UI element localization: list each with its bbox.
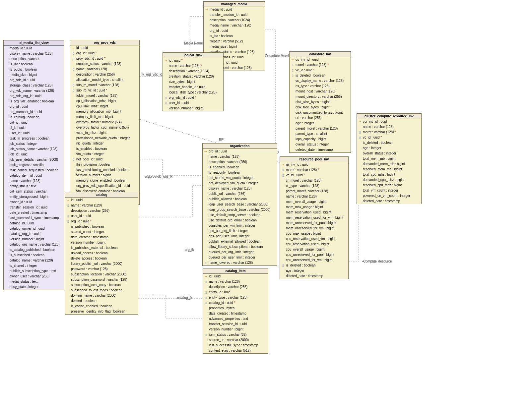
table-column: ⊸id : uuid [203, 274, 268, 279]
column-text: def_deployed_vm_quota : integer [209, 181, 258, 185]
column-text: preserve_identity_info_flag : boolean [71, 310, 125, 313]
table-resource_pool_inv[interactable]: resource_pool_inv⊸rp_inv_id : uuid▯moref… [280, 156, 349, 279]
table-column: allow_library_subscriptions : boolean [203, 244, 277, 250]
table-column: cat_item_status : varchar [4, 189, 64, 194]
column-text: cr_type : varchar (128) [286, 184, 319, 188]
column-text: demanded_mem_mb : bigint [363, 162, 405, 166]
fk-asterisk-icon: * [303, 173, 305, 177]
table-column: media_status : text [4, 279, 64, 284]
table-column: thin_provision : boolean [70, 162, 139, 167]
column-text: name : varchar (128) [286, 195, 317, 198]
column-text: org_id : uuid [209, 149, 227, 153]
table-org_prov_vdc[interactable]: org_prov_vdc⊸id : uuid▯org_id : uuid *▯p… [70, 40, 140, 205]
column-text: age : integer [286, 269, 304, 272]
table-title: datastore_inv [290, 52, 351, 57]
column-text: powered_on_vm_count : integer [363, 194, 410, 198]
column-text: media_size : bigint [210, 45, 237, 48]
table-column: overall_status : integer [357, 151, 421, 156]
fk-asterisk-icon: * [89, 219, 92, 223]
column-text: publish_subscription_type : text [10, 269, 56, 273]
index-icon: ▯ [281, 173, 285, 178]
primary-key-icon: ⊸ [358, 119, 362, 124]
column-text: version_number : bigint [10, 237, 44, 241]
table-column: description : varchar [4, 56, 64, 62]
column-text: is_catalog_published : boolean [10, 248, 55, 252]
column-text: iops_capacity : bigint [296, 137, 326, 141]
table-catalog_item[interactable]: catalog_item⊸id : uuid▯name : varchar (1… [203, 268, 268, 354]
column-text: password : varchar (128) [71, 267, 108, 271]
table-column: is_org_vdc_enabled : boolean [4, 99, 64, 104]
table-column: is_shared : integer [4, 263, 64, 268]
column-text: reserved_cpu_mhz : bigint [363, 183, 402, 187]
table-column: ⊸id : uuid [65, 198, 138, 203]
column-text: size_bytes : bigint [169, 80, 195, 84]
table-column: ⊸org_id : uuid [203, 149, 277, 154]
table-column: deleted_date : timestamp [280, 273, 348, 279]
column-text: media_id : uuid [10, 46, 32, 50]
column-text: org_vdc_org_id : uuid [10, 94, 41, 98]
table-column: is_deleted : boolean [357, 140, 421, 146]
table-ui_media_list_view[interactable]: ui_media_list_viewmedia_id : uuiddisplay… [3, 40, 64, 290]
index-icon: ▯ [71, 157, 75, 162]
column-text: is_deleted : boolean [286, 263, 316, 267]
fk-asterisk-icon: * [326, 63, 329, 67]
column-text: display_name : varchar (128) [10, 52, 53, 55]
column-text: name_lowered : varchar (128) [209, 261, 253, 264]
table-column: ds_type : varchar (128) [290, 84, 351, 89]
column-text: catalog_item_id : uuid [10, 174, 42, 177]
table-column: catalog_id : uuid [4, 221, 64, 226]
column-text: use_default_smtp_server : boolean [209, 213, 260, 217]
table-column: task_in_progress : boolean [4, 136, 64, 141]
table-title: cluster_compute_resource_inv [357, 114, 421, 119]
column-text: upload_access : boolean [71, 251, 108, 255]
table-organization[interactable]: organization⊸org_id : uuidname : varchar… [202, 143, 277, 266]
column-text: fast_provisioning_enabled : boolean [76, 168, 129, 172]
table-column: queued_per_user_limit : integer [203, 255, 277, 260]
table-column: description : varchar (1024) [204, 18, 265, 23]
table-column: media_name : varchar (128) [204, 23, 265, 28]
table-column: advanced_properties : text [203, 316, 268, 321]
table-logical_disk[interactable]: logical_disk⊸id : uuid *name : varchar (… [163, 52, 224, 111]
table-column: overprov_factor_cpu : numeric (5,4) [70, 125, 139, 130]
table-title: logical_disk [163, 53, 223, 58]
column-text: is_deleted : boolean [363, 141, 393, 145]
table-column: reserved_cpu_mhz : bigint [357, 183, 421, 188]
column-text: reserved_mem_mb : bigint [363, 167, 402, 171]
column-text: total_vm_count : integer [363, 189, 398, 192]
column-text: is_shared : integer [10, 264, 37, 267]
table-column: job_status : integer [4, 141, 64, 146]
table-column: description : varchar (256) [70, 72, 139, 77]
table-datastore_inv[interactable]: datastore_inv⊸ds_inv_id : uuid▯moref : v… [289, 51, 351, 153]
table-column: mem_reservation_used_for_vm : bigint [280, 215, 348, 220]
relation-label: Media Name [184, 41, 203, 45]
table-column: version_number : bigint [4, 237, 64, 242]
column-text: overprov_factor : numeric (5,4) [76, 120, 122, 124]
column-text: user_id : uuid [71, 214, 91, 218]
column-text: is_cache_enabled : boolean [71, 304, 112, 308]
table-column: ⊸id : uuid [70, 45, 139, 51]
table-column: vm_quota : integer [70, 151, 139, 157]
table-column: filepath : varchar (512) [204, 39, 265, 44]
column-text: vm_quota : integer [76, 152, 104, 156]
table-column: mount_directory : varchar (256) [290, 94, 351, 99]
column-text: filepath : varchar (512) [210, 39, 243, 43]
table-column: is_readonly : boolean [203, 170, 277, 175]
column-text: mount_host : varchar (128) [296, 89, 335, 93]
table-columns: ⊸id : uuid *name : varchar (128) *descri… [163, 58, 223, 111]
fk-asterisk-icon: * [317, 168, 319, 172]
column-text: content_etag : varchar (512) [209, 349, 251, 352]
column-text: org_vdc_id : uuid [169, 96, 194, 99]
table-catalog[interactable]: catalog⊸id : uuid▯name : varchar (128)de… [65, 192, 138, 315]
column-text: name : varchar (128) [169, 64, 200, 68]
primary-key-icon: ⊸ [71, 46, 75, 50]
column-text: media_id : uuid [210, 8, 232, 11]
table-column: ldap_group_search_base : varchar (2000) [203, 207, 277, 212]
column-text: job_id : uuid [10, 152, 28, 156]
table-cluster_compute_resource_inv[interactable]: cluster_compute_resource_inv⊸ccr_inv_id … [357, 113, 422, 204]
table-column: ▯entity_type : varchar (128) [203, 295, 268, 300]
column-text: task_cancel_requested : boolean [10, 168, 58, 172]
column-text: source_uri : varchar (2000) [209, 338, 249, 342]
column-text: name : varchar (128) [76, 67, 107, 71]
column-text: org_prov_vdc_specification_id : uuid [76, 184, 130, 188]
column-text: cpu_allocation_mhz : bigint [76, 99, 116, 103]
